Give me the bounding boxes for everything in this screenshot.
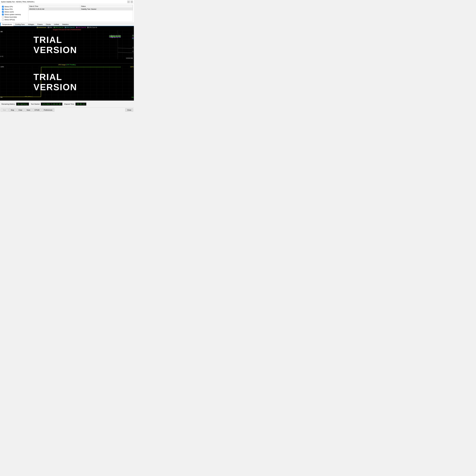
cpu-throttling-legend: CPU Throttling xyxy=(67,64,76,66)
tab-powers[interactable]: Powers xyxy=(36,23,44,26)
log-row: 9/5/2022 5:29:43 AMStability Test: Start… xyxy=(28,8,133,11)
val-69: 69 xyxy=(132,38,134,39)
svg-rect-1 xyxy=(0,31,134,59)
temp-chart-area: TRIAL VERSION 100 °C 0 °C 73 71 64 69 39… xyxy=(0,31,134,59)
val-71: 71 xyxy=(132,35,134,37)
temp-chart-legend: MotherboardCPUCPU Core #1CPU Core #2CPU … xyxy=(0,26,134,29)
temp-sublegend: Seagate FireCuda 520 SSD ZP2000GM30002 xyxy=(0,29,134,31)
svg-rect-6 xyxy=(0,66,134,98)
tab-temperatures[interactable]: Temperatures xyxy=(0,23,14,26)
legend-cpucore2: CPU Core #2 xyxy=(65,27,74,28)
stress-gpus[interactable]: Stress GPU(s) xyxy=(2,19,27,21)
stress-fpu-label: Stress FPU xyxy=(4,8,13,10)
minimize-button[interactable]: — xyxy=(127,1,130,3)
cpu-chart-svg xyxy=(0,66,134,98)
stress-fpu-checkbox[interactable] xyxy=(2,8,4,10)
val-26: 26 xyxy=(132,51,134,52)
y-min-unit: °C xyxy=(2,56,3,57)
stress-system-memory-checkbox[interactable] xyxy=(2,14,4,15)
temp-chart-timestamp: 5:29:43 AM xyxy=(126,57,133,59)
log-col-datetime: Date & Time xyxy=(28,5,80,8)
tabs-bar: TemperaturesCooling FansVoltagesPowersCl… xyxy=(0,23,134,26)
window-controls: — □ xyxy=(127,1,133,3)
stress-options-panel: Stress CPUStress FPUStress cacheStress s… xyxy=(1,5,28,22)
status-bar: Remaining Battery: No battery Test Start… xyxy=(0,101,134,107)
stress-local-disks-label: Stress local disks xyxy=(4,16,17,18)
elapsed-label: Elapsed Time: xyxy=(64,103,74,105)
log-cell-status: Stability Test: Started xyxy=(80,8,133,11)
save-button[interactable]: Save xyxy=(25,108,32,112)
log-col-status: Status xyxy=(80,5,133,8)
cpu-y-max: 100% xyxy=(0,66,4,68)
legend-cpucore4: CPU Core #4 xyxy=(87,27,97,28)
y-min-label: 0 xyxy=(0,56,1,57)
tab-statistics[interactable]: Statistics xyxy=(61,23,70,26)
stress-fpu[interactable]: Stress FPU xyxy=(2,8,27,10)
legend-motherboard: Motherboard xyxy=(37,27,46,28)
elapsed-field: Elapsed Time: 00:05:12 xyxy=(64,103,86,105)
stress-cpu-checkbox[interactable] xyxy=(2,6,4,8)
tab-voltages[interactable]: Voltages xyxy=(26,23,36,26)
stress-gpus-label: Stress GPU(s) xyxy=(4,19,15,21)
val-39: 39 xyxy=(132,47,134,48)
stress-gpus-checkbox[interactable] xyxy=(2,19,4,21)
stress-system-memory-label: Stress system memory xyxy=(4,14,21,15)
stress-local-disks-checkbox[interactable] xyxy=(2,16,4,18)
stress-cache-checkbox[interactable] xyxy=(2,11,4,13)
cpu-usage-legend: CPU Usage xyxy=(58,64,66,66)
title-bar: System Stability Test - AIDA64 [ TRIAL V… xyxy=(0,0,134,4)
close-button[interactable]: Close xyxy=(125,108,133,112)
stress-cpu-label: Stress CPU xyxy=(4,6,13,8)
test-started-value: 9/5/2022 5:29:43 AM xyxy=(41,103,62,105)
stress-cache[interactable]: Stress cache xyxy=(2,11,27,13)
cpu-legend: CPU Usage | CPU Throttling xyxy=(0,64,134,66)
tab-clocks[interactable]: Clocks xyxy=(44,23,52,26)
top-section: Stress CPUStress FPUStress cacheStress s… xyxy=(0,4,134,23)
preferences-button[interactable]: Preferences xyxy=(42,108,54,112)
elapsed-value: 00:05:12 xyxy=(75,103,86,105)
tab-cooling-fans[interactable]: Cooling Fans xyxy=(14,23,26,26)
temp-chart-svg xyxy=(0,31,134,59)
clear-button[interactable]: Clear xyxy=(17,108,24,112)
cpu-chart-area: TRIAL VERSION 100% 0% 100% 0% xyxy=(0,66,134,98)
y-unit-label: °C xyxy=(0,31,2,32)
cpu-chart: CPU Usage | CPU Throttling xyxy=(0,63,134,101)
stress-cache-label: Stress cache xyxy=(4,11,14,13)
window-title: System Stability Test - AIDA64 [ TRIAL V… xyxy=(1,1,34,3)
log-cell-datetime: 9/5/2022 5:29:43 AM xyxy=(28,8,80,11)
log-table: Date & Time Status 9/5/2022 5:29:43 AMSt… xyxy=(28,5,133,22)
main-content: Stress CPUStress FPUStress cacheStress s… xyxy=(0,4,134,112)
battery-field: Remaining Battery: No battery xyxy=(1,103,29,105)
start-button[interactable]: Start xyxy=(1,108,8,112)
battery-value: No battery xyxy=(16,103,29,105)
stress-system-memory[interactable]: Stress system memory xyxy=(2,14,27,15)
legend-cpucore3: CPU Core #3 xyxy=(76,27,86,28)
cpu-right-0: 0% xyxy=(132,97,134,98)
temperature-chart: MotherboardCPUCPU Core #1CPU Core #2CPU … xyxy=(0,26,134,63)
test-started-label: Test Started: xyxy=(31,103,40,105)
stress-cpu[interactable]: Stress CPU xyxy=(2,6,27,8)
stress-local-disks[interactable]: Stress local disks xyxy=(2,16,27,18)
cpu-right-100: 100% xyxy=(130,66,134,68)
test-started-field: Test Started: 9/5/2022 5:29:43 AM xyxy=(31,103,62,105)
cpuid-button[interactable]: CPUID xyxy=(33,108,41,112)
bottom-toolbar: Start Stop Clear Save CPUID Preferences … xyxy=(0,107,134,112)
cpu-y-min: 0% xyxy=(0,97,2,98)
legend-cpu: CPU xyxy=(48,27,52,28)
stop-button[interactable]: Stop xyxy=(9,108,16,112)
maximize-button[interactable]: □ xyxy=(131,1,133,3)
legend-cpucore1: CPU Core #1 xyxy=(54,27,63,28)
battery-label: Remaining Battery: xyxy=(1,103,15,105)
tab-unified[interactable]: Unified xyxy=(52,23,61,26)
